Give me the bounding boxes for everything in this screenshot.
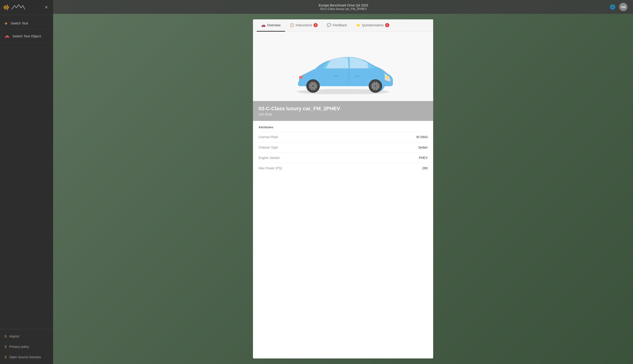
attribute-label: Engine Variant <box>259 156 280 160</box>
car-svg <box>285 43 401 94</box>
imprint-label: Imprint <box>9 334 19 338</box>
svg-rect-3 <box>299 76 302 78</box>
close-sidebar-button[interactable]: ✕ <box>43 4 50 10</box>
feedback-tab-icon: 💬 <box>327 23 331 27</box>
attribute-value: IN 5943 <box>416 135 428 139</box>
main-content: Europe Benchmark Drive Q4 2023 03-C-Clas… <box>53 0 633 364</box>
sidebar-footer-privacy[interactable]: § Privacy policy <box>0 342 53 352</box>
tab-instructions-label: Instructions <box>296 23 312 27</box>
app-logo <box>4 4 25 10</box>
sidebar-header: ✕ <box>0 0 53 15</box>
table-row: License Plate IN 5943 <box>259 132 428 142</box>
car-name-banner: 03-C-Class luxury car_FM_2PHEV 155 6536 <box>253 101 433 121</box>
car-image-section <box>253 32 433 101</box>
sidebar-item-label: Switch Test Object <box>13 34 41 38</box>
attribute-label: Max Power (PS) <box>259 166 282 170</box>
main-card: 🚗 Overview 📋 Instructions 3 💬 Feedback ⭐… <box>253 20 433 358</box>
waveform-bar-5 <box>8 6 9 8</box>
topbar-title-line1: Europe Benchmark Drive Q4 2023 <box>77 4 610 7</box>
sidebar-footer-imprint[interactable]: § Imprint <box>0 331 53 342</box>
waveform-bar-1 <box>4 6 5 8</box>
user-avatar[interactable]: AB <box>619 3 627 11</box>
diamond-icon: ◈ <box>5 21 8 25</box>
sidebar-item-switch-test[interactable]: ◈ Switch Test <box>0 17 53 30</box>
questionnaires-badge: 1 <box>385 23 389 27</box>
instructions-badge: 3 <box>314 23 318 27</box>
attribute-value: 280 <box>422 166 428 170</box>
waveform-logo-icon <box>4 4 9 10</box>
tab-feedback-label: Feedback <box>333 23 347 27</box>
topbar-actions: 🌐 AB <box>610 3 627 11</box>
attributes-title: Attributes <box>259 121 428 132</box>
car-icon: 🚗 <box>5 34 9 38</box>
sidebar: ✕ ◈ Switch Test 🚗 Switch Test Object § I… <box>0 0 53 364</box>
section-icon-2: § <box>5 344 7 348</box>
attribute-label: License Plate <box>259 135 278 139</box>
section-icon-3: § <box>5 355 7 359</box>
sidebar-navigation: ◈ Switch Test 🚗 Switch Test Object <box>0 15 53 329</box>
tab-instructions[interactable]: 📋 Instructions 3 <box>285 20 322 32</box>
content-area: 🚗 Overview 📋 Instructions 3 💬 Feedback ⭐… <box>53 14 633 364</box>
privacy-label: Privacy policy <box>9 345 29 348</box>
attribute-rows: License Plate IN 5943 Chassis Type Sedan… <box>259 132 428 173</box>
svg-rect-2 <box>385 76 389 78</box>
waveform-bar-4 <box>7 4 8 10</box>
table-row: Max Power (PS) 280 <box>259 163 428 173</box>
waveform-bar-3 <box>6 6 7 9</box>
waveform-bar-2 <box>5 5 6 10</box>
attribute-value: PHEV <box>419 156 428 160</box>
section-icon: § <box>5 334 7 338</box>
tab-overview-label: Overview <box>267 23 281 27</box>
topbar: Europe Benchmark Drive Q4 2023 03-C-Clas… <box>53 0 633 14</box>
tab-feedback[interactable]: 💬 Feedback <box>322 20 351 32</box>
tab-questionnaires-label: Questionnaires <box>362 23 383 27</box>
car-id-text: 155 6536 <box>259 112 428 116</box>
sidebar-footer: § Imprint § Privacy policy § Open Source… <box>0 329 53 364</box>
sidebar-item-switch-test-object[interactable]: 🚗 Switch Test Object <box>0 30 53 43</box>
tab-overview[interactable]: 🚗 Overview <box>257 20 285 32</box>
sidebar-footer-open-source[interactable]: § Open Source licenses <box>0 352 53 362</box>
open-source-label: Open Source licenses <box>9 355 41 359</box>
svg-rect-18 <box>334 76 339 77</box>
svg-rect-19 <box>355 76 360 77</box>
attribute-label: Chassis Type <box>259 146 278 149</box>
car-name-text: 03-C-Class luxury car_FM_2PHEV <box>259 106 428 112</box>
topbar-title-line2: 03-C-Class luxury car_FM_2PHEV <box>77 7 610 10</box>
attributes-section: Attributes License Plate IN 5943 Chassis… <box>253 121 433 179</box>
sidebar-item-label: Switch Test <box>11 21 28 25</box>
tab-questionnaires[interactable]: ⭐ Questionnaires 1 <box>351 20 394 32</box>
table-row: Chassis Type Sedan <box>259 142 428 152</box>
table-row: Engine Variant PHEV <box>259 152 428 163</box>
overview-tab-icon: 🚗 <box>261 23 266 27</box>
questionnaires-tab-icon: ⭐ <box>356 23 360 27</box>
chevron-logo-icon <box>11 4 25 10</box>
language-button[interactable]: 🌐 <box>610 4 615 10</box>
topbar-title: Europe Benchmark Drive Q4 2023 03-C-Clas… <box>77 4 610 10</box>
tab-bar: 🚗 Overview 📋 Instructions 3 💬 Feedback ⭐… <box>253 20 433 32</box>
instructions-tab-icon: 📋 <box>290 23 294 27</box>
car-image <box>285 43 401 94</box>
attribute-value: Sedan <box>418 146 428 149</box>
